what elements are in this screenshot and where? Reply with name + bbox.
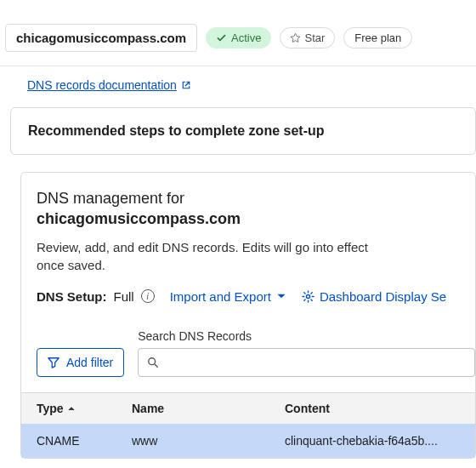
status-text: Active — [231, 31, 261, 44]
panel-heading-domain: chicagomusiccompass.com — [37, 210, 241, 227]
svg-point-0 — [306, 294, 309, 298]
recommended-steps-title: Recommended steps to complete zone set-u… — [28, 123, 458, 139]
sort-asc-icon — [67, 404, 76, 413]
caret-down-icon — [276, 291, 286, 301]
recommended-steps-card[interactable]: Recommended steps to complete zone set-u… — [10, 107, 476, 155]
column-header-name[interactable]: Name — [132, 402, 285, 415]
star-button[interactable]: Star — [280, 27, 335, 49]
cell-name: www — [132, 434, 285, 448]
column-header-content[interactable]: Content — [285, 402, 475, 415]
plan-button[interactable]: Free plan — [343, 27, 412, 49]
dns-management-panel: DNS management for chicagomusiccompass.c… — [20, 172, 476, 459]
svg-point-1 — [149, 357, 156, 364]
search-label: Search DNS Records — [138, 329, 475, 343]
filter-icon — [48, 357, 60, 368]
column-type-label: Type — [37, 402, 64, 415]
panel-heading-prefix: DNS management for — [37, 190, 184, 207]
import-export-label: Import and Export — [170, 289, 271, 304]
column-header-type[interactable]: Type — [21, 402, 132, 415]
gear-icon — [302, 290, 314, 303]
check-icon — [216, 32, 227, 43]
search-icon — [147, 357, 159, 368]
star-label: Star — [304, 31, 325, 44]
table-header: Type Name Content — [21, 392, 475, 424]
cell-type: CNAME — [21, 434, 132, 448]
add-filter-label: Add filter — [66, 356, 113, 369]
status-badge: Active — [206, 27, 271, 49]
star-icon — [290, 32, 301, 43]
dashboard-display-link[interactable]: Dashboard Display Se — [302, 289, 446, 304]
info-icon[interactable]: i — [141, 289, 155, 303]
dns-setup-label: DNS Setup: — [37, 289, 107, 304]
dns-docs-label: DNS records documentation — [27, 78, 177, 92]
search-input[interactable] — [166, 356, 466, 369]
import-export-link[interactable]: Import and Export — [170, 289, 286, 304]
panel-description: Review, add, and edit DNS records. Edits… — [37, 238, 377, 274]
search-input-wrap[interactable] — [138, 348, 475, 377]
dns-setup-value: Full — [114, 289, 134, 304]
external-link-icon — [181, 80, 191, 90]
panel-heading: DNS management for chicagomusiccompass.c… — [37, 188, 475, 230]
domain-selector[interactable]: chicagomusiccompass.com — [5, 24, 197, 52]
cell-content: clinquant-chebakia-f64a5b.... — [285, 434, 475, 448]
table-row[interactable]: CNAME www clinquant-chebakia-f64a5b.... — [21, 424, 475, 458]
dashboard-display-label: Dashboard Display Se — [320, 289, 446, 304]
add-filter-button[interactable]: Add filter — [37, 348, 124, 377]
dns-docs-link[interactable]: DNS records documentation — [27, 78, 191, 92]
